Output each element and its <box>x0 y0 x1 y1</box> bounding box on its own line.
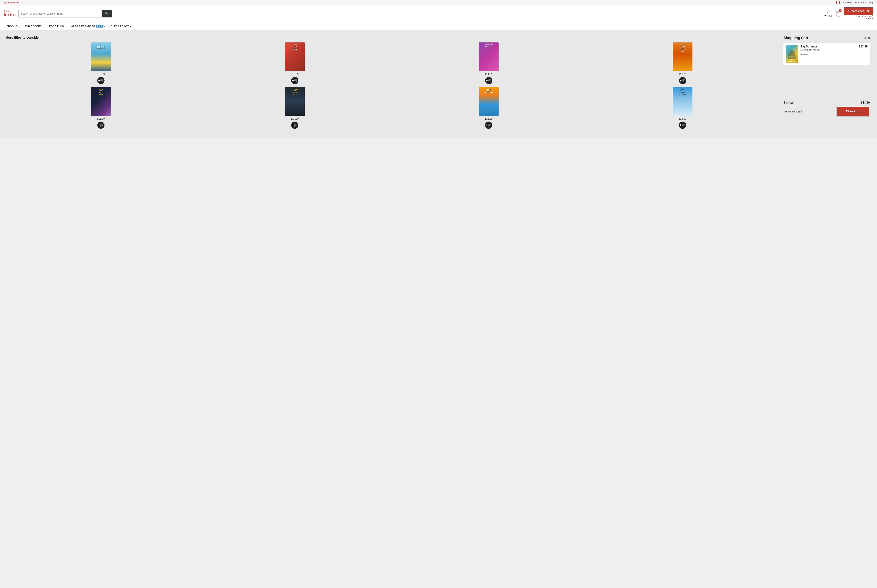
book-price: $16.99 <box>291 73 299 75</box>
nav-audiobooks-label: AUDIOBOOKS <box>25 25 42 27</box>
book-cover-troubles-paradise[interactable]: ElinHilderbrandTroublesin Paradise <box>673 87 692 116</box>
book-item: ElinHilderbrand28 Summers $18.99 +🛒 <box>5 42 197 84</box>
book-price: $18.99 <box>679 117 686 120</box>
nav-apps-label: APPS & eREADERS <box>71 25 95 27</box>
book-price: $14.99 <box>291 117 299 120</box>
nav-apps-ereaders[interactable]: APPS & eREADERS SALE ▾ <box>68 22 108 30</box>
header: Rakuten kobo 🔍 ♡ Wishlist 🛒 1 Cart Creat… <box>0 5 877 22</box>
cart-item-price: $13.99 <box>859 45 868 48</box>
cart-badge: 1 <box>839 9 842 12</box>
cart-actions: Continue shopping Checkout <box>784 106 870 116</box>
account-area: Create account Have an account? Sign in <box>844 8 873 20</box>
chevron-down-icon: ▾ <box>18 25 19 27</box>
create-account-button[interactable]: Create account <box>844 8 873 15</box>
nav-super-points-label: SUPER POINTS <box>111 25 129 27</box>
book-price: $18.99 <box>97 73 105 75</box>
cover-label: EMILYGIFFINthe liesthat bind <box>292 44 297 50</box>
books-grid: ElinHilderbrand28 Summers $18.99 +🛒 EMIL… <box>5 42 778 129</box>
cover-label: KEVINKWANSex &Vanity <box>99 88 103 95</box>
cart-item: JenniferWeinerBigSummer Big Summer by Je… <box>784 43 870 65</box>
book-item: KEVINKWANSex &Vanity $16.99 +🛒 <box>5 87 197 129</box>
cart-book-author: by Jennifer Weiner <box>800 48 857 51</box>
search-bar: 🔍 <box>18 10 112 18</box>
cart-panel: Shopping Cart 1 item JenniferWeinerBigSu… <box>780 34 873 135</box>
suggestions-panel: More titles to consider ElinHilderbrand2… <box>4 34 780 135</box>
add-to-cart-button[interactable]: +🛒 <box>97 122 105 129</box>
book-cover-grown-ups[interactable]: marian keyesGrown Ups <box>479 42 499 71</box>
book-cover-guest-list[interactable]: LUCY FOLEYTHEGUESTLIST <box>285 87 305 116</box>
cover-silhouette <box>788 50 796 59</box>
subtotal-amount: $13.99 <box>861 101 870 104</box>
book-cover-big-summer[interactable]: JenniferWeinerBigSummer <box>785 45 798 63</box>
suggestions-title: More titles to consider <box>5 36 778 39</box>
cart-subtotal: Subtotal $13.99 <box>784 101 870 104</box>
book-item: EMMASTRAUBALLADULTSHERE $16.99 +🛒 <box>587 42 778 84</box>
add-to-cart-button[interactable]: +🛒 <box>485 122 492 129</box>
logo[interactable]: Rakuten kobo <box>4 10 16 17</box>
promo-bar: Earn Rewards English ▾ Gift Cards Help <box>0 0 877 5</box>
cover-label: EMMASTRAUBALLADULTSHERE <box>680 44 685 52</box>
language-selector[interactable]: English ▾ <box>843 1 852 4</box>
cart-item-details: Big Summer by Jennifer Weiner Remove <box>800 45 857 56</box>
book-cover-beach-read[interactable]: BEACHREADEMILY HENRY <box>479 87 499 116</box>
sign-in-link[interactable]: Sign in <box>866 18 873 20</box>
promo-bar-right: English ▾ Gift Cards Help <box>836 1 873 4</box>
wishlist-button[interactable]: ♡ Wishlist <box>824 10 832 18</box>
add-to-cart-button[interactable]: +🛒 <box>679 122 686 129</box>
cart-button[interactable]: 🛒 1 Cart <box>835 10 840 18</box>
continue-shopping-button[interactable]: Continue shopping <box>784 110 805 113</box>
book-cover-lies-that-bind[interactable]: EMILYGIFFINthe liesthat bind <box>285 42 305 71</box>
main-content: More titles to consider ElinHilderbrand2… <box>0 30 877 138</box>
cover-label: BEACHREADEMILY HENRY <box>485 88 493 93</box>
nav-bar: eBOOKS ▾ AUDIOBOOKS ▾ KOBO PLUS ▾ APPS &… <box>0 22 877 30</box>
book-cover-28summers[interactable]: ElinHilderbrand28 Summers <box>91 42 111 71</box>
sale-badge: SALE <box>96 25 104 27</box>
search-input[interactable] <box>19 10 102 17</box>
checkout-button[interactable]: Checkout <box>837 106 870 116</box>
cover-label: LUCY FOLEYTHEGUESTLIST <box>291 88 299 95</box>
sign-in-text: Have an account? <box>856 15 873 18</box>
book-item: LUCY FOLEYTHEGUESTLIST $14.99 +🛒 <box>199 87 390 129</box>
gift-cards-link[interactable]: Gift Cards <box>855 1 866 4</box>
cart-item-count: 1 item <box>862 36 870 39</box>
book-item: ElinHilderbrandTroublesin Paradise $18.9… <box>587 87 778 129</box>
nav-kobo-plus[interactable]: KOBO PLUS ▾ <box>46 22 68 30</box>
add-to-cart-button[interactable]: +🛒 <box>485 77 492 84</box>
book-cover-sex-vanity[interactable]: KEVINKWANSex &Vanity <box>91 87 111 116</box>
book-item: EMILYGIFFINthe liesthat bind $16.99 +🛒 <box>199 42 390 84</box>
book-price: $11.99 <box>485 117 493 120</box>
chevron-down-icon: ▾ <box>65 25 66 27</box>
language-label: English <box>843 1 851 4</box>
nav-ebooks[interactable]: eBOOKS ▾ <box>4 22 22 30</box>
chevron-down-icon: ▾ <box>130 25 131 27</box>
header-actions: ♡ Wishlist 🛒 1 Cart Create account Have … <box>824 8 873 20</box>
add-to-cart-button[interactable]: +🛒 <box>291 77 298 84</box>
cart-icon: 🛒 1 <box>835 10 840 15</box>
search-button[interactable]: 🔍 <box>102 10 112 17</box>
book-cover-all-adults[interactable]: EMMASTRAUBALLADULTSHERE <box>673 42 692 71</box>
canada-flag-icon <box>836 1 840 4</box>
cover-label: ElinHilderbrand28 Summers <box>97 44 105 49</box>
heart-icon: ♡ <box>826 10 830 15</box>
chevron-down-icon: ▾ <box>851 2 852 4</box>
search-icon: 🔍 <box>105 12 109 15</box>
chevron-down-icon: ▾ <box>104 25 105 27</box>
help-link[interactable]: Help <box>868 1 873 4</box>
nav-audiobooks[interactable]: AUDIOBOOKS ▾ <box>22 22 46 30</box>
add-to-cart-button[interactable]: +🛒 <box>97 77 105 84</box>
nav-kobo-plus-label: KOBO PLUS <box>49 25 64 27</box>
book-price: $16.99 <box>97 117 105 120</box>
nav-super-points[interactable]: SUPER POINTS ▾ <box>108 22 134 30</box>
cart-title: Shopping Cart <box>784 36 808 40</box>
book-item: BEACHREADEMILY HENRY $11.99 +🛒 <box>393 87 584 129</box>
cart-header: Shopping Cart 1 item <box>784 36 870 40</box>
add-to-cart-button[interactable]: +🛒 <box>679 77 686 84</box>
earn-rewards-text[interactable]: Earn Rewards <box>4 1 19 4</box>
chevron-down-icon: ▾ <box>42 25 44 27</box>
add-to-cart-button[interactable]: +🛒 <box>291 122 298 129</box>
remove-link[interactable]: Remove <box>800 52 809 56</box>
cart-book-title: Big Summer <box>800 45 857 48</box>
cover-label: marian keyesGrown Ups <box>485 44 493 47</box>
book-price: $14.99 <box>485 73 493 75</box>
book-item: marian keyesGrown Ups $14.99 +🛒 <box>393 42 584 84</box>
